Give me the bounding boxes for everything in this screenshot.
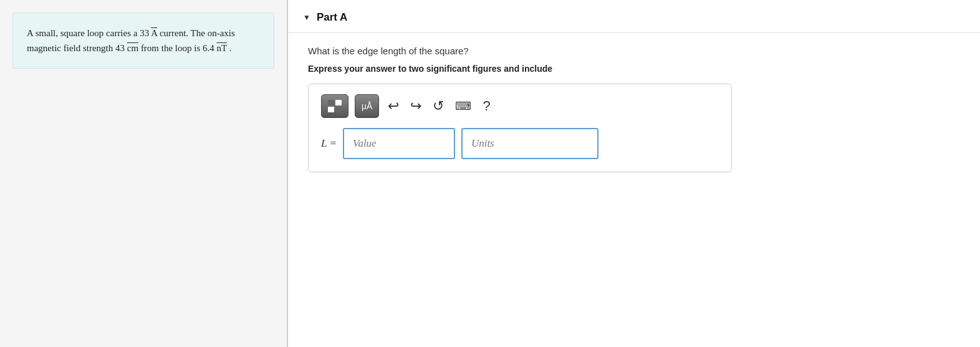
grid-icon bbox=[328, 100, 342, 112]
input-row: L = bbox=[321, 128, 719, 159]
undo-icon: ↩ bbox=[388, 98, 399, 114]
keyboard-button[interactable]: ⌨ bbox=[453, 98, 474, 114]
toolbar: μÅ ↩ ↪ ↺ ⌨ ? bbox=[321, 94, 719, 118]
undo-button[interactable]: ↩ bbox=[385, 98, 401, 114]
mu-label: μÅ bbox=[362, 101, 372, 111]
redo-button[interactable]: ↪ bbox=[408, 98, 424, 114]
collapse-arrow-icon[interactable]: ▼ bbox=[303, 13, 310, 22]
question-text: What is the edge length of the square? bbox=[308, 46, 960, 56]
problem-box: A small, square loop carries a 33 A curr… bbox=[12, 12, 274, 69]
refresh-icon: ↺ bbox=[433, 98, 444, 114]
grid-cell bbox=[335, 107, 342, 112]
part-body: What is the edge length of the square? E… bbox=[288, 33, 980, 185]
instruction-text: Express your answer to two significant f… bbox=[308, 64, 960, 74]
problem-text: A small, square loop carries a 33 A curr… bbox=[27, 28, 235, 53]
part-header: ▼ Part A bbox=[288, 0, 980, 33]
units-input[interactable] bbox=[461, 128, 598, 159]
value-input[interactable] bbox=[343, 128, 455, 159]
help-icon: ? bbox=[483, 98, 490, 114]
keyboard-icon: ⌨ bbox=[455, 100, 471, 112]
grid-cell bbox=[335, 100, 342, 105]
template-button[interactable] bbox=[321, 94, 348, 118]
answer-box: μÅ ↩ ↪ ↺ ⌨ ? L = bbox=[308, 84, 732, 172]
grid-cell bbox=[328, 107, 334, 112]
left-panel: A small, square loop carries a 33 A curr… bbox=[0, 0, 287, 347]
equation-label: L = bbox=[321, 137, 337, 150]
symbols-button[interactable]: μÅ bbox=[355, 94, 379, 118]
help-button[interactable]: ? bbox=[480, 97, 492, 115]
redo-icon: ↪ bbox=[410, 98, 421, 114]
part-title: Part A bbox=[317, 11, 347, 24]
right-panel: ▼ Part A What is the edge length of the … bbox=[288, 0, 980, 347]
refresh-button[interactable]: ↺ bbox=[430, 98, 446, 114]
grid-cell bbox=[328, 100, 334, 105]
